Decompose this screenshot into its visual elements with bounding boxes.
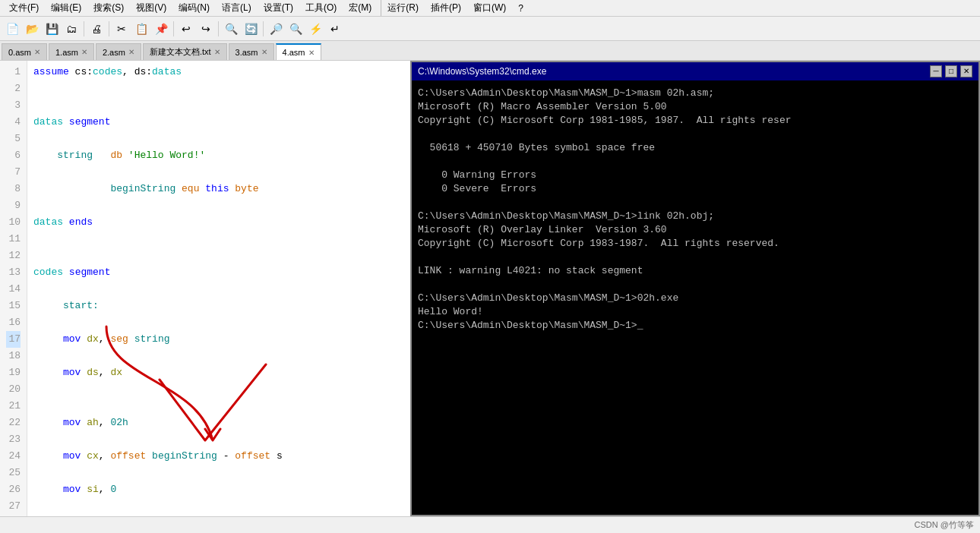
menu-search[interactable]: 搜索(S): [87, 0, 130, 16]
toolbar-copy[interactable]: 📋: [132, 20, 150, 38]
tab-3-asm[interactable]: 3.asm ✕: [229, 43, 274, 60]
tab-2-label: 2.asm: [103, 48, 125, 57]
tab-1-asm[interactable]: 1.asm ✕: [49, 43, 94, 60]
menu-window[interactable]: 窗口(W): [467, 0, 512, 16]
cmd-minimize-btn[interactable]: ─: [930, 65, 942, 77]
tab-4-label: 4.asm: [283, 48, 305, 57]
toolbar-save-all[interactable]: 🗂: [62, 20, 81, 38]
toolbar-cut[interactable]: ✂: [112, 20, 131, 38]
toolbar-sep-5: [263, 21, 264, 36]
toolbar-sync[interactable]: ⚡: [306, 20, 324, 38]
toolbar-undo[interactable]: ↩: [177, 20, 195, 38]
line-numbers: 12345 678910 1112131415 1617181920 21222…: [0, 61, 27, 516]
toolbar-zoom-out[interactable]: 🔍: [286, 20, 305, 38]
tab-3-close[interactable]: ✕: [261, 48, 267, 56]
toolbar-new[interactable]: 📄: [3, 20, 21, 38]
menu-view[interactable]: 视图(V): [130, 0, 172, 16]
code-editor[interactable]: assume cs:codes, ds:datas datas segment …: [27, 61, 410, 516]
toolbar-sep-1: [84, 21, 84, 36]
watermark: CSDN @竹等筝: [915, 519, 974, 531]
menu-encode[interactable]: 编码(N): [172, 0, 216, 16]
toolbar-open[interactable]: 📂: [23, 20, 41, 38]
toolbar-find[interactable]: 🔍: [222, 20, 240, 38]
bottom-bar: CSDN @竹等筝: [0, 516, 980, 533]
tab-2-asm[interactable]: 2.asm ✕: [96, 43, 141, 60]
menu-help[interactable]: ?: [512, 2, 530, 15]
toolbar-wrap[interactable]: ↵: [326, 20, 344, 38]
code-area: 12345 678910 1112131415 1617181920 21222…: [0, 61, 410, 516]
cmd-title-bar: C:\Windows\System32\cmd.exe ─ □ ✕: [412, 62, 978, 80]
tab-0-close[interactable]: ✕: [34, 48, 40, 56]
tabs-bar: 0.asm ✕ 1.asm ✕ 2.asm ✕ 新建文本文档.txt ✕ 3.a…: [0, 41, 980, 61]
menu-file[interactable]: 文件(F): [3, 0, 45, 16]
tab-1-close[interactable]: ✕: [81, 48, 87, 56]
toolbar-redo[interactable]: ↪: [197, 20, 215, 38]
toolbar-sep-3: [173, 21, 174, 36]
tab-0-asm[interactable]: 0.asm ✕: [2, 43, 47, 60]
menu-settings[interactable]: 设置(T): [258, 0, 299, 16]
tab-3-label: 3.asm: [236, 48, 258, 57]
tab-4-close[interactable]: ✕: [308, 49, 315, 57]
main-content: 12345 678910 1112131415 1617181920 21222…: [0, 61, 980, 516]
menu-tools[interactable]: 工具(O): [299, 0, 343, 16]
toolbar-print[interactable]: 🖨: [87, 20, 106, 38]
menu-plugins[interactable]: 插件(P): [425, 0, 467, 16]
toolbar-sep-2: [109, 21, 109, 36]
cmd-close-btn[interactable]: ✕: [960, 65, 972, 77]
tab-newtxt-label: 新建文本文档.txt: [150, 46, 211, 58]
toolbar-zoom-in[interactable]: 🔎: [267, 20, 285, 38]
tab-0-label: 0.asm: [8, 48, 31, 57]
menu-lang[interactable]: 语言(L): [216, 0, 258, 16]
toolbar-paste[interactable]: 📌: [152, 20, 170, 38]
menu-edit[interactable]: 编辑(E): [45, 0, 87, 16]
menu-run[interactable]: 运行(R): [381, 0, 425, 16]
cmd-maximize-btn[interactable]: □: [945, 65, 957, 77]
tab-newtxt-close[interactable]: ✕: [214, 48, 220, 56]
cmd-output: C:\Users\Admin\Desktop\Masm\MASM_D~1>mas…: [412, 80, 978, 515]
tab-2-close[interactable]: ✕: [128, 48, 134, 56]
menu-macro[interactable]: 宏(M): [343, 0, 378, 16]
cmd-pane: C:\Windows\System32\cmd.exe ─ □ ✕ C:\Use…: [410, 61, 980, 516]
cmd-title: C:\Windows\System32\cmd.exe: [418, 65, 546, 78]
toolbar-save[interactable]: 💾: [43, 20, 61, 38]
tab-1-label: 1.asm: [55, 48, 78, 57]
cmd-title-controls: ─ □ ✕: [930, 65, 972, 77]
tab-4-asm[interactable]: 4.asm ✕: [276, 43, 321, 60]
tab-newtxt[interactable]: 新建文本文档.txt ✕: [143, 43, 227, 60]
toolbar: 📄 📂 💾 🗂 🖨 ✂ 📋 📌 ↩ ↪ 🔍 🔄 🔎 🔍 ⚡ ↵: [0, 17, 980, 41]
menu-bar: 文件(F) 编辑(E) 搜索(S) 视图(V) 编码(N) 语言(L) 设置(T…: [0, 0, 980, 17]
toolbar-replace[interactable]: 🔄: [242, 20, 260, 38]
code-pane: 12345 678910 1112131415 1617181920 21222…: [0, 61, 410, 516]
toolbar-sep-4: [218, 21, 219, 36]
